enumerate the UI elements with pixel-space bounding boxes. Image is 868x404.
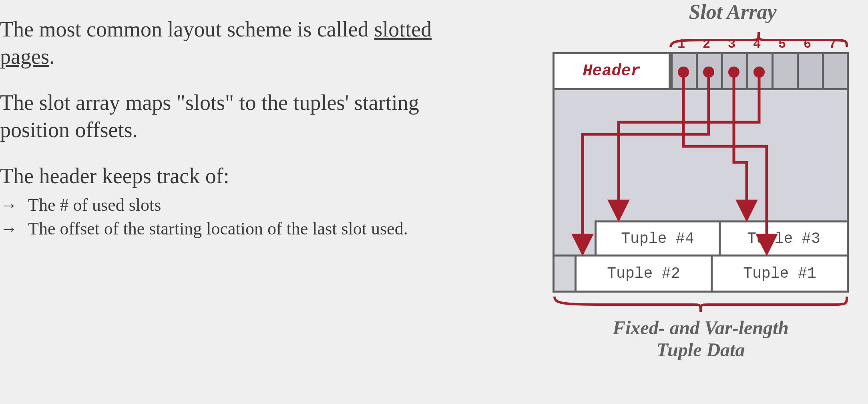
bullet-list: → The # of used slots → The offset of th… [0, 193, 480, 241]
slot-dot-3 [728, 67, 739, 78]
slot-cell-7 [822, 54, 847, 90]
arrow-right-icon: → [0, 217, 28, 240]
p1-part-c: . [49, 44, 55, 69]
slot-number-3: 3 [719, 37, 744, 52]
slot-number-1: 1 [669, 37, 694, 52]
text-column: The most common layout scheme is called … [0, 16, 480, 240]
slot-dot-1 [678, 67, 689, 78]
paragraph-2: The slot array maps "slots" to the tuple… [0, 89, 480, 143]
bullet-1-text: The # of used slots [28, 193, 480, 217]
slot-cell-6 [797, 54, 822, 90]
slot-number-4: 4 [744, 37, 770, 52]
slot-dot-4 [753, 67, 765, 78]
paragraph-1: The most common layout scheme is called … [0, 16, 480, 70]
tuple-1-box: Tuple #1 [711, 255, 847, 291]
tuple-4-box: Tuple #4 [595, 220, 721, 257]
arrow-right-icon: → [0, 193, 28, 217]
page-box: Header Tuple #4 Tuple #3 Tuple #2 Tuple … [553, 52, 849, 293]
tuple-2-box: Tuple #2 [575, 255, 713, 291]
bullet-row-2: → The offset of the starting location of… [0, 217, 480, 240]
slot-array-title: Slot Array [549, 0, 853, 24]
slot-dot-2 [703, 67, 714, 78]
bullet-row-1: → The # of used slots [0, 193, 480, 217]
slotted-page-diagram: Slot Array 1 2 3 4 5 6 7 Header Tuple #4… [549, 0, 853, 393]
slot-number-5: 5 [770, 37, 795, 52]
p1-part-a: The most common layout scheme is called [0, 17, 374, 41]
slot-number-2: 2 [694, 37, 719, 52]
tuple-data-title: Fixed- and Var-length Tuple Data [549, 317, 853, 361]
slot-number-7: 7 [820, 37, 845, 52]
tuple-row-gap [555, 255, 577, 291]
slot-number-6: 6 [795, 37, 820, 52]
bottom-title-line1: Fixed- and Var-length [613, 317, 789, 338]
header-box: Header [555, 54, 671, 90]
tuple-3-box: Tuple #3 [719, 220, 847, 257]
slot-cell-5 [772, 54, 797, 90]
paragraph-3: The header keeps track of: [0, 163, 480, 190]
bullet-2-text: The offset of the starting location of t… [28, 217, 480, 240]
bottom-title-line2: Tuple Data [657, 339, 745, 360]
